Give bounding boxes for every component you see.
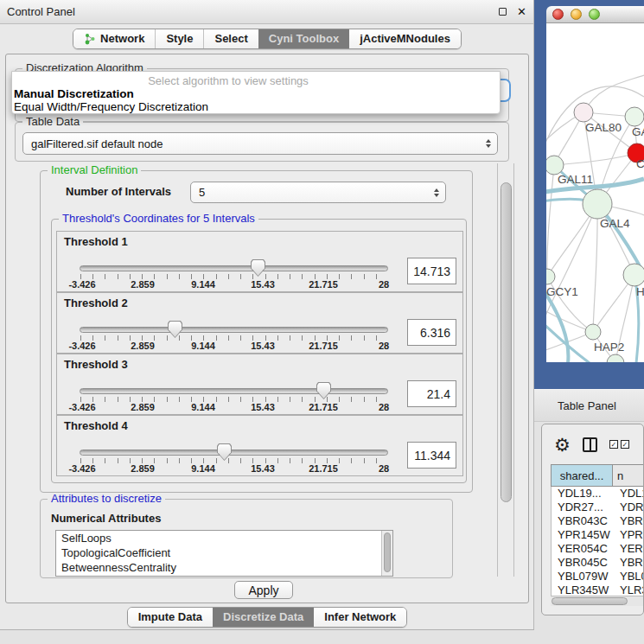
node-label: GAL11: [558, 173, 593, 186]
node-label: GCY1: [546, 285, 578, 298]
threshold-panel-1: Threshold 1-3.4262.8599.14415.4321.71528…: [56, 231, 463, 292]
threshold-value-field[interactable]: 14.713: [407, 258, 456, 284]
column-selector-icon[interactable]: [583, 437, 597, 452]
network-node-gal4[interactable]: [583, 189, 612, 219]
table-row[interactable]: YBR043CYBR0: [552, 514, 644, 528]
number-of-intervals-combobox[interactable]: 5: [190, 182, 446, 203]
cell-name: YDR2: [614, 501, 644, 514]
cell-shared-name: YPR145W: [552, 528, 614, 542]
node-table: shared...n YDL19...YDL1YDR27...YDR2YBR04…: [551, 464, 644, 606]
network-node-h[interactable]: [623, 264, 644, 286]
tab-label: Network: [100, 32, 144, 45]
threshold-label: Threshold 3: [64, 358, 128, 371]
tick-label: -3.426: [68, 279, 95, 290]
numerical-attributes-list[interactable]: SelfLoopsTopologicalCoefficientBetweenne…: [55, 530, 393, 577]
network-edge[interactable]: [554, 153, 637, 165]
table-row[interactable]: YER054CYER0: [552, 542, 644, 556]
dropdown-item-equal-width-frequency-discretization[interactable]: Equal Width/Frequency Discretization: [12, 100, 500, 113]
threshold-value-field[interactable]: 6.316: [407, 319, 456, 346]
interval-definition-group-title: Interval Definition: [48, 164, 141, 176]
tab-select[interactable]: Select: [203, 29, 258, 48]
cell-shared-name: YDR27...: [552, 501, 614, 514]
close-traffic-light-icon[interactable]: [552, 9, 564, 20]
gear-icon[interactable]: ⚙: [554, 436, 571, 454]
algorithm-dropdown-items: Manual DiscretizationEqual Width/Frequen…: [12, 87, 500, 113]
network-node-hap2[interactable]: [585, 324, 601, 340]
table-data-combobox[interactable]: galFiltered.sif default node: [22, 132, 498, 155]
network-node-gal80[interactable]: [574, 103, 593, 122]
table-row[interactable]: YPR145WYPR1: [552, 528, 644, 542]
slider-track[interactable]: [80, 265, 388, 271]
column-header-n[interactable]: n: [613, 464, 644, 487]
panel-scrollbar-thumb[interactable]: [501, 182, 512, 502]
tick-label: -3.426: [68, 463, 95, 474]
apply-button[interactable]: Apply: [234, 581, 293, 599]
table-row[interactable]: YBL079WYBL0: [552, 570, 644, 583]
tick-label: 9.144: [191, 279, 215, 290]
tab-label: jActiveMNodules: [360, 32, 450, 45]
network-edge[interactable]: [547, 165, 554, 277]
network-edge[interactable]: [593, 204, 597, 332]
threshold-value-field[interactable]: 11.344: [407, 442, 456, 469]
network-node-ga[interactable]: [625, 107, 644, 126]
table-header-row: shared...n: [551, 464, 644, 487]
cell-name: YER0: [614, 542, 644, 556]
network-window-titlebar[interactable]: [546, 6, 644, 23]
algorithm-dropdown-hint: Select algorithm to view settings: [12, 72, 444, 87]
float-window-button[interactable]: [499, 5, 507, 18]
network-node-gcy1[interactable]: [546, 269, 555, 284]
table-row[interactable]: YBR045CYBR0: [552, 556, 644, 570]
tick-label: 15.43: [251, 402, 275, 412]
minimize-traffic-light-icon[interactable]: [571, 9, 582, 20]
column-header-shared[interactable]: shared...: [551, 464, 613, 487]
slider-tick-labels: -3.4262.8599.14415.4321.71528: [64, 402, 444, 413]
top-tab-group: NetworkStyleSelectCyni ToolboxjActiveMNo…: [73, 29, 462, 49]
table-row[interactable]: YLR345WYLR3: [552, 583, 644, 596]
cell-name: YBL0: [614, 570, 644, 583]
scrollbar-thumb[interactable]: [552, 597, 628, 605]
list-item-selfloops[interactable]: SelfLoops: [56, 531, 392, 545]
zoom-traffic-light-icon[interactable]: [589, 9, 600, 20]
cell-shared-name: YBR043C: [552, 514, 614, 528]
table-horizontal-scrollbar[interactable]: [551, 596, 644, 606]
attributes-list-scrollbar[interactable]: [381, 531, 392, 576]
tab-network[interactable]: Network: [73, 29, 155, 48]
slider-track[interactable]: [80, 450, 388, 456]
node-label: H: [636, 285, 644, 298]
tab-discretize-data[interactable]: Discretize Data: [213, 608, 314, 627]
control-panel-window: Control Panel ✕ NetworkStyleSelectCyni T…: [0, 0, 534, 630]
tab-jactivemnodules[interactable]: jActiveMNodules: [349, 29, 461, 48]
cell-shared-name: YBL079W: [552, 570, 614, 583]
network-edge-highlighted[interactable]: [546, 287, 568, 362]
tab-cyni-toolbox[interactable]: Cyni Toolbox: [258, 29, 349, 48]
cyni-toolbox-panel: Discretization Algorithm Select algorith…: [5, 54, 529, 603]
tick-label: 28: [379, 341, 389, 351]
threshold-panel-4: Threshold 4-3.4262.8599.14415.4321.71528…: [56, 415, 463, 476]
tab-style[interactable]: Style: [155, 29, 203, 48]
dropdown-item-manual-discretization[interactable]: Manual Discretization: [12, 87, 500, 100]
table-row[interactable]: YDR27...YDR2: [552, 501, 644, 514]
right-column: GAL80GACGAL11GAL4GCY1HHAP2 Table Panel ⚙…: [534, 0, 644, 644]
list-item-topologicalcoefficient[interactable]: TopologicalCoefficient: [56, 545, 392, 560]
network-node-gal11[interactable]: [546, 156, 564, 175]
table-row[interactable]: YDL19...YDL1: [552, 487, 644, 501]
network-canvas[interactable]: GAL80GACGAL11GAL4GCY1HHAP2: [546, 23, 644, 362]
slider-tick-labels: -3.4262.8599.14415.4321.71528: [64, 279, 444, 290]
control-panel-titlebar: Control Panel ✕: [0, 0, 533, 24]
checkbox-icons[interactable]: ✓ ✓: [609, 440, 629, 449]
cell-name: YLR3: [614, 583, 644, 596]
tick-label: 21.715: [309, 341, 338, 351]
threshold-label: Threshold 2: [64, 296, 128, 309]
panel-scrollbar[interactable]: [497, 163, 514, 577]
slider-track[interactable]: [80, 327, 388, 333]
slider-track[interactable]: [80, 388, 388, 394]
tab-label: Discretize Data: [223, 610, 303, 623]
threshold-value-field[interactable]: 21.4: [407, 380, 456, 407]
close-window-button[interactable]: ✕: [517, 5, 526, 18]
number-of-intervals-label: Number of Intervals: [66, 185, 171, 198]
numerical-attributes-label: Numerical Attributes: [51, 512, 161, 525]
tab-impute-data[interactable]: Impute Data: [128, 608, 213, 627]
tab-infer-network[interactable]: Infer Network: [314, 608, 406, 627]
scrollbar-thumb[interactable]: [384, 532, 391, 572]
list-item-betweennesscentrality[interactable]: BetweennessCentrality: [56, 560, 392, 575]
